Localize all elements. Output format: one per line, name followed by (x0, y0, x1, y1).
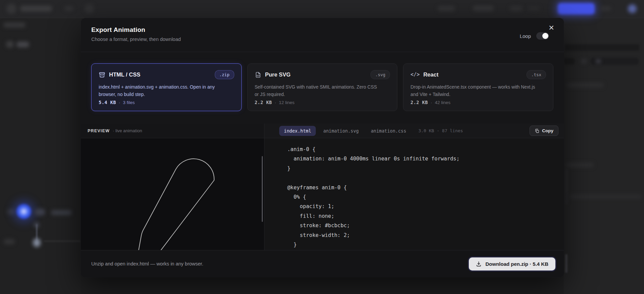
right-panel-field-blob (565, 44, 639, 51)
format-meta: 3 files (123, 100, 135, 105)
dot-separator: · (431, 100, 432, 105)
topbar-menu-blob-2 (473, 6, 494, 11)
track-label-blob (4, 239, 15, 244)
code-line: 0% { (287, 192, 557, 202)
topbar-small-blob (64, 6, 73, 10)
format-title: HTML / CSS (109, 71, 140, 78)
playback-prev-blob (7, 209, 15, 215)
background-topbar (0, 0, 644, 18)
export-button-blob (558, 3, 595, 14)
right-panel-value-blob (564, 58, 575, 64)
right-panel-scrollbar-2 (565, 254, 567, 273)
timecode-blob (51, 210, 72, 215)
format-card-html-css[interactable]: HTML / CSS .zip index.html + animation.s… (91, 63, 242, 111)
format-description: Drop-in AnimatedScene.tsx component — wo… (410, 84, 538, 98)
layer-icon-blob (6, 41, 14, 48)
playhead-handle (33, 238, 41, 247)
download-icon (476, 261, 482, 267)
dot-separator: · (119, 100, 120, 105)
right-panel-x-blob (581, 59, 586, 63)
format-size: 5.4 KB (99, 100, 116, 105)
play-button-blob (16, 204, 32, 219)
format-meta: 12 lines (279, 100, 295, 105)
copy-icon (535, 129, 539, 133)
topbar-circle-button (85, 4, 94, 13)
layers-label-blob (3, 22, 26, 28)
right-panel-text-blob-1 (566, 83, 604, 87)
file-size-lines: 3.0 KB · 87 lines (418, 128, 463, 133)
code-line: .anim-0 { (287, 145, 557, 154)
copy-label: Copy (542, 128, 553, 133)
format-description: Self-contained SVG with native SMIL anim… (255, 84, 382, 98)
app-logo (6, 4, 16, 14)
download-label: Download pen.zip · 5.4 KB (485, 261, 548, 267)
right-panel-text-blob-3 (569, 195, 642, 199)
code-line: @keyframes anim-0 { (287, 183, 557, 192)
tab-animation-svg[interactable]: animation.svg (318, 126, 363, 136)
download-button[interactable]: Download pen.zip · 5.4 KB (469, 257, 555, 271)
loop-toggle[interactable] (536, 32, 549, 40)
preview-label: PREVIEW (88, 129, 110, 133)
preview-sublabel: · live animation (113, 128, 142, 133)
user-avatar (628, 4, 637, 13)
topbar-menu-blob-1 (438, 6, 455, 11)
format-description: index.html + animation.svg + animation.c… (99, 84, 226, 98)
close-icon[interactable]: ✕ (546, 23, 556, 33)
topbar-menu-blob-5 (600, 6, 611, 11)
dialog-subtitle: Choose a format, preview, then download (91, 37, 556, 42)
toggle-knob (542, 33, 548, 39)
format-badge: .tsx (527, 70, 546, 79)
copy-button[interactable]: Copy (530, 126, 558, 136)
code-line (287, 173, 557, 183)
background-left-panel (0, 18, 81, 294)
right-panel-text-blob-2 (565, 163, 594, 167)
loop-label: Loop (520, 33, 531, 39)
topbar-menu-blob-3 (510, 6, 523, 11)
code-tab-bar: index.html animation.svg animation.css 3… (264, 124, 564, 138)
content-row: PREVIEW · live animation index.html anim… (81, 124, 564, 250)
animation-preview-canvas (81, 138, 264, 250)
code-viewer[interactable]: .anim-0 { animation: anim-0 4000ms linea… (264, 138, 564, 250)
code-line: animation: anim-0 4000ms linear 0s infin… (287, 154, 557, 163)
dialog-title: Export Animation (91, 26, 556, 34)
code-brackets-icon: </> (410, 71, 419, 78)
format-cards: HTML / CSS .zip index.html + animation.s… (81, 52, 564, 124)
footer-hint: Unzip and open index.html — works in any… (91, 261, 203, 266)
dot-separator: · (275, 100, 276, 105)
tab-animation-css[interactable]: animation.css (366, 126, 411, 136)
project-title-blob (20, 6, 52, 11)
pen-outline-graphic (81, 138, 264, 250)
code-line: fill: none; (287, 211, 557, 221)
export-animation-dialog: Export Animation Choose a format, previe… (81, 18, 564, 277)
playback-next-blob (35, 209, 45, 215)
format-title: Pure SVG (265, 71, 291, 78)
code-line: } (287, 240, 557, 249)
timeline-track (44, 240, 81, 242)
dialog-footer: Unzip and open index.html — works in any… (81, 250, 564, 277)
format-meta: 42 lines (435, 100, 451, 105)
code-line: stroke: #bcbcbc; (287, 221, 557, 230)
format-size: 2.2 KB (255, 100, 272, 105)
format-title: React (423, 71, 438, 78)
tab-index-html[interactable]: index.html (279, 126, 316, 136)
dialog-header: Export Animation Choose a format, previe… (81, 18, 564, 52)
code-pane: index.html animation.svg animation.css 3… (264, 124, 564, 250)
format-badge: .svg (370, 70, 390, 79)
preview-pane: PREVIEW · live animation (81, 124, 264, 250)
format-size: 2.2 KB (410, 100, 428, 105)
layer-name-blob (16, 42, 29, 47)
right-panel-dot-blob (596, 59, 601, 63)
topbar-menu-blob-4 (528, 6, 540, 11)
format-card-react[interactable]: </> React .tsx Drop-in AnimatedScene.tsx… (403, 63, 553, 111)
format-badge: .zip (215, 70, 234, 79)
file-code-icon (255, 71, 261, 78)
code-line: } (287, 164, 557, 173)
archive-icon (99, 71, 105, 78)
preview-scrollbar-thumb[interactable] (262, 156, 263, 222)
right-panel-scrollbar (565, 169, 568, 204)
loop-control: Loop (520, 32, 549, 40)
format-card-pure-svg[interactable]: Pure SVG .svg Self-contained SVG with na… (247, 63, 398, 111)
code-line: opacity: 1; (287, 202, 557, 211)
code-line: stroke-width: 2; (287, 231, 557, 240)
